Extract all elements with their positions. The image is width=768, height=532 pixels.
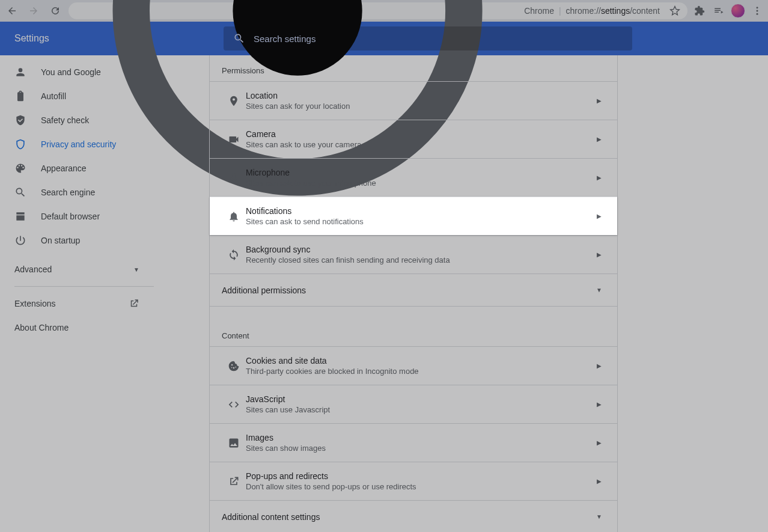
svg-point-3 (757, 10, 758, 12)
setting-row-camera[interactable]: CameraSites can ask to use your camera ▶ (210, 120, 617, 158)
sidebar: You and Google Autofill Safety check Pri… (0, 55, 154, 532)
sidebar-about-label: About Chrome (14, 323, 69, 332)
section-gap (210, 306, 617, 320)
search-icon (14, 186, 26, 198)
forward-button[interactable] (25, 2, 42, 19)
row-desc: Sites can ask to send notifications (246, 217, 593, 226)
bookmark-star-icon[interactable] (669, 4, 680, 18)
sidebar-advanced-label: Advanced (14, 264, 52, 274)
chevron-down-icon: ▼ (133, 266, 139, 273)
row-title: Background sync (246, 245, 593, 254)
setting-row-images[interactable]: ImagesSites can show images ▶ (210, 423, 617, 462)
cookie-icon (228, 360, 240, 372)
setting-row-background-sync[interactable]: Background syncRecently closed sites can… (210, 235, 617, 274)
extensions-icon[interactable] (692, 4, 707, 18)
omnibox[interactable]: Chrome | chrome://settings/content (69, 2, 687, 19)
image-icon (228, 437, 240, 449)
chevron-right-icon: ▶ (593, 439, 605, 446)
setting-row-cookies[interactable]: Cookies and site dataThird-party cookies… (210, 346, 617, 385)
row-desc: Sites can show images (246, 444, 593, 453)
back-button[interactable] (4, 2, 20, 19)
chevron-down-icon: ▼ (593, 513, 605, 520)
row-title: Microphone (246, 168, 593, 177)
shield-check-icon (14, 114, 26, 126)
chevron-right-icon: ▶ (593, 401, 605, 408)
code-icon (228, 399, 240, 411)
open-in-new-icon (129, 298, 139, 309)
chevron-right-icon: ▶ (593, 251, 605, 258)
omnibox-url: chrome://settings/content (566, 6, 660, 16)
sidebar-item-search-engine[interactable]: Search engine (0, 180, 154, 204)
settings-search-input[interactable] (254, 34, 623, 44)
settings-card: Permissions LocationSites can ask for yo… (209, 55, 618, 532)
chevron-right-icon: ▶ (593, 478, 605, 485)
sidebar-item-autofill[interactable]: Autofill (0, 84, 154, 108)
browser-toolbar: Chrome | chrome://settings/content (0, 0, 768, 22)
row-title: Notifications (246, 206, 593, 216)
setting-row-popups[interactable]: Pop-ups and redirectsDon't allow sites t… (210, 462, 617, 500)
sidebar-item-label: Appearance (41, 164, 87, 173)
sidebar-item-you-and-google[interactable]: You and Google (0, 60, 154, 84)
sidebar-item-privacy-security[interactable]: Privacy and security (0, 132, 154, 156)
chevron-right-icon: ▶ (593, 362, 605, 369)
kebab-menu-icon[interactable] (750, 4, 764, 18)
svg-point-2 (757, 7, 758, 8)
profile-avatar[interactable] (731, 4, 745, 18)
sidebar-advanced-toggle[interactable]: Advanced ▼ (0, 257, 154, 281)
microphone-icon (228, 172, 240, 184)
shield-icon (14, 138, 26, 150)
sidebar-item-label: Default browser (41, 212, 100, 221)
row-desc: Sites can use Javascript (246, 405, 593, 414)
browser-icon (14, 210, 26, 222)
sidebar-item-on-startup[interactable]: On startup (0, 228, 154, 252)
omnibox-origin: Chrome (524, 6, 554, 16)
media-control-icon[interactable] (712, 4, 726, 18)
sidebar-item-label: On startup (41, 236, 80, 245)
additional-permissions-toggle[interactable]: Additional permissions ▼ (210, 274, 617, 306)
row-title: Pop-ups and redirects (246, 471, 593, 481)
location-icon (228, 95, 240, 107)
sidebar-divider (14, 286, 154, 287)
camera-icon (228, 133, 240, 145)
sidebar-item-appearance[interactable]: Appearance (0, 156, 154, 180)
setting-row-location[interactable]: LocationSites can ask for your location … (210, 81, 617, 120)
chevron-right-icon: ▶ (593, 136, 605, 142)
chevron-right-icon: ▶ (593, 174, 605, 181)
reload-button[interactable] (47, 2, 64, 19)
row-desc: Third-party cookies are blocked in Incog… (246, 367, 593, 376)
row-desc: Don't allow sites to send pop-ups or use… (246, 482, 593, 491)
sync-icon (228, 249, 240, 261)
row-title: Camera (246, 129, 593, 139)
row-desc: Sites can ask for your location (246, 102, 593, 111)
sidebar-about-link[interactable]: About Chrome (0, 316, 154, 340)
row-title: Location (246, 91, 593, 100)
sidebar-extensions-link[interactable]: Extensions (0, 292, 154, 316)
open-in-new-icon (228, 475, 240, 488)
settings-search[interactable] (224, 26, 632, 50)
chevron-right-icon: ▶ (593, 97, 605, 104)
sidebar-item-safety-check[interactable]: Safety check (0, 108, 154, 132)
sidebar-item-label: You and Google (41, 67, 101, 77)
permissions-section-title: Permissions (210, 55, 617, 81)
sidebar-item-label: Privacy and security (41, 139, 116, 149)
search-icon (233, 32, 245, 44)
setting-row-javascript[interactable]: JavaScriptSites can use Javascript ▶ (210, 385, 617, 423)
setting-row-notifications[interactable]: NotificationsSites can ask to send notif… (210, 197, 617, 235)
row-title: Additional content settings (222, 512, 593, 522)
row-desc: Recently closed sites can finish sending… (246, 255, 593, 264)
sidebar-item-label: Search engine (41, 188, 95, 197)
main-content: Permissions LocationSites can ask for yo… (154, 55, 768, 532)
setting-row-microphone[interactable]: MicrophoneSites can ask to use your micr… (210, 158, 617, 197)
row-desc: Sites can ask to use your microphone (246, 179, 593, 188)
page-title: Settings (14, 33, 209, 44)
row-title: Additional permissions (222, 286, 593, 295)
row-title: JavaScript (246, 394, 593, 404)
row-title: Images (246, 433, 593, 442)
content-section-title: Content (210, 320, 617, 346)
row-desc: Sites can ask to use your camera (246, 140, 593, 149)
sidebar-item-label: Safety check (41, 115, 89, 125)
sidebar-item-default-browser[interactable]: Default browser (0, 204, 154, 228)
additional-content-toggle[interactable]: Additional content settings ▼ (210, 500, 617, 532)
sidebar-extensions-label: Extensions (14, 299, 55, 308)
palette-icon (14, 162, 26, 174)
